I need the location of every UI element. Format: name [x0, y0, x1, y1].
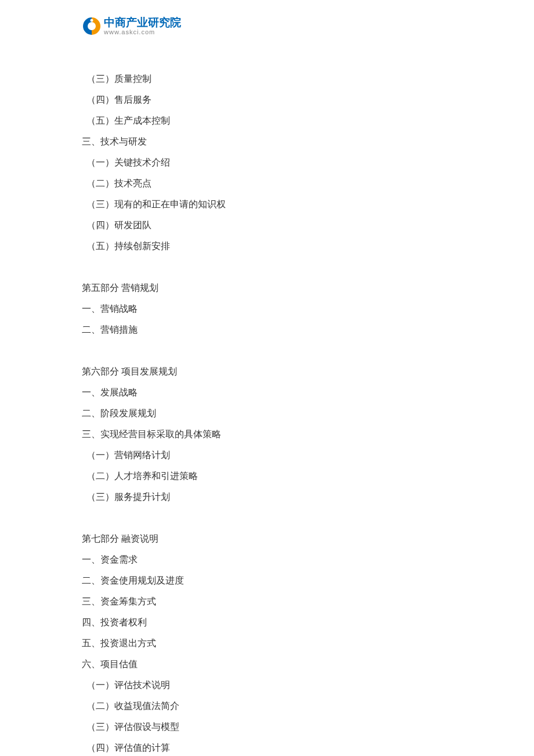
- outline-item: 第五部分 营销规划: [82, 278, 453, 298]
- outline-item: （三）服务提升计划: [82, 487, 453, 507]
- outline-item: （二）人才培养和引进策略: [82, 466, 453, 487]
- outline-item: 五、投资退出方式: [82, 633, 453, 654]
- logo-text: 中商产业研究院 www.askci.com: [104, 17, 181, 35]
- outline-item: （三）质量控制: [82, 69, 453, 89]
- outline-item: （五）生产成本控制: [82, 110, 453, 131]
- outline-item: （一）营销网络计划: [82, 445, 453, 466]
- blank-line: [82, 340, 453, 361]
- blank-line: [82, 507, 453, 528]
- logo-title: 中商产业研究院: [104, 17, 181, 28]
- document-content: （三）质量控制（四）售后服务（五）生产成本控制三、技术与研发（一）关键技术介绍（…: [82, 69, 453, 756]
- outline-item: 第六部分 项目发展规划: [82, 361, 453, 382]
- outline-item: （三）现有的和正在申请的知识权: [82, 194, 453, 215]
- outline-item: （四）售后服务: [82, 89, 453, 110]
- outline-item: 一、发展战略: [82, 382, 453, 403]
- outline-item: （三）评估假设与模型: [82, 717, 453, 737]
- outline-item: 二、营销措施: [82, 319, 453, 340]
- outline-item: 二、阶段发展规划: [82, 403, 453, 424]
- outline-item: 第七部分 融资说明: [82, 528, 453, 549]
- logo-icon: [82, 16, 102, 36]
- logo-url: www.askci.com: [104, 29, 181, 35]
- svg-point-0: [91, 19, 93, 22]
- blank-line: [82, 257, 453, 278]
- outline-item: （二）收益现值法简介: [82, 696, 453, 717]
- outline-item: 六、项目估值: [82, 654, 453, 675]
- outline-item: （二）技术亮点: [82, 173, 453, 194]
- outline-item: 二、资金使用规划及进度: [82, 570, 453, 591]
- outline-item: 一、资金需求: [82, 549, 453, 570]
- outline-item: （四）研发团队: [82, 215, 453, 236]
- outline-item: （四）评估值的计算: [82, 737, 453, 756]
- outline-item: 四、投资者权利: [82, 612, 453, 633]
- outline-item: 三、实现经营目标采取的具体策略: [82, 424, 453, 445]
- outline-item: 一、营销战略: [82, 298, 453, 319]
- outline-item: （五）持续创新安排: [82, 236, 453, 257]
- outline-item: （一）评估技术说明: [82, 675, 453, 696]
- logo: 中商产业研究院 www.askci.com: [82, 16, 181, 36]
- outline-item: （一）关键技术介绍: [82, 152, 453, 173]
- outline-item: 三、资金筹集方式: [82, 591, 453, 612]
- outline-item: 三、技术与研发: [82, 131, 453, 152]
